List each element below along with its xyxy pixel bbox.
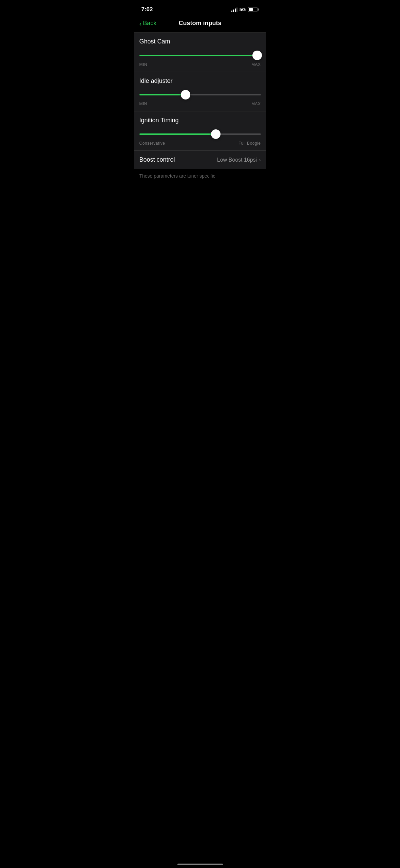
ghost-cam-slider[interactable] [139,50,261,61]
footer-note: These parameters are tuner specific [134,169,266,183]
ignition-timing-thumb[interactable] [211,129,221,139]
back-button[interactable]: ‹ Back [139,20,157,27]
status-bar: 7:02 5G [134,0,266,17]
ignition-timing-min: Conservative [139,141,165,146]
back-chevron-icon: ‹ [139,20,142,27]
ignition-timing-minmax: Conservative Full Boogie [139,140,261,150]
idle-adjuster-thumb[interactable] [181,90,190,100]
signal-icon [231,7,237,12]
status-icons: 5G [231,7,259,12]
idle-adjuster-slider[interactable] [139,89,261,100]
idle-adjuster-section: Idle adjuster MIN MAX [134,72,266,111]
battery-icon [248,7,259,12]
ghost-cam-track [139,55,261,56]
idle-adjuster-minmax: MIN MAX [139,100,261,111]
ghost-cam-min: MIN [139,62,148,67]
back-label: Back [143,20,156,27]
ghost-cam-fill [139,55,257,56]
ignition-timing-label: Ignition Timing [139,117,261,124]
ghost-cam-max: MAX [251,62,261,67]
ghost-cam-section: Ghost Cam MIN MAX [134,33,266,72]
ignition-timing-track [139,133,261,135]
ghost-cam-thumb[interactable] [252,51,262,60]
boost-chevron-icon: › [259,157,261,163]
boost-control-label: Boost control [139,156,175,163]
ignition-timing-max: Full Boogie [239,141,261,146]
network-type: 5G [240,7,246,12]
ignition-timing-section: Ignition Timing Conservative Full Boogie [134,111,266,151]
idle-adjuster-max: MAX [251,102,261,106]
ignition-timing-slider[interactable] [139,129,261,140]
idle-adjuster-fill [139,94,186,95]
idle-adjuster-track [139,94,261,95]
boost-control-row[interactable]: Boost control Low Boost 16psi › [134,151,266,169]
boost-control-value: Low Boost 16psi [217,157,257,163]
idle-adjuster-label: Idle adjuster [139,77,261,85]
ghost-cam-label: Ghost Cam [139,38,261,45]
ignition-timing-fill [139,133,216,135]
boost-value-group: Low Boost 16psi › [217,157,261,163]
ghost-cam-minmax: MIN MAX [139,61,261,72]
nav-bar: ‹ Back Custom inputs [134,17,266,32]
page-title: Custom inputs [179,20,222,27]
status-time: 7:02 [141,6,153,13]
idle-adjuster-min: MIN [139,102,148,106]
content-area: Ghost Cam MIN MAX Idle adjuster MIN MAX … [134,33,266,169]
